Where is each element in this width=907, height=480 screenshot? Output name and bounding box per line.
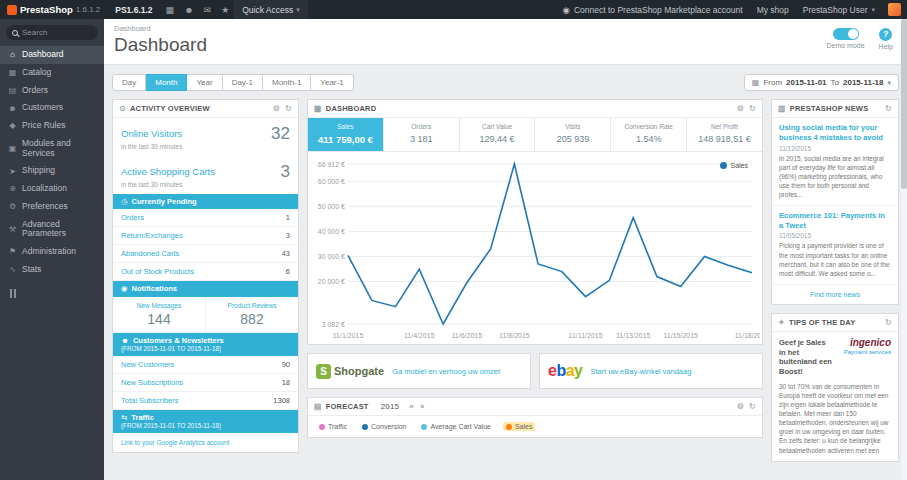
- out-of-stock-link[interactable]: Out of Stock Products: [121, 267, 194, 276]
- product-reviews-cell[interactable]: Product Reviews 882: [206, 297, 298, 332]
- tips-top: Geef je Sales in het buitenland een Boos…: [779, 338, 891, 377]
- news-article-title[interactable]: Using social media for your business 4 m…: [779, 123, 891, 143]
- gear-icon[interactable]: ⚙: [737, 104, 744, 113]
- sidebar-item-preferences[interactable]: ⚙ Preferences: [0, 198, 104, 216]
- refresh-icon[interactable]: ↻: [285, 104, 292, 113]
- kpi-visits-value: 205 939: [538, 134, 607, 144]
- ingenico-logo-text: ingenico: [839, 338, 891, 348]
- shop-name[interactable]: PS1.6.1.2: [107, 0, 160, 19]
- activity-panel-header: ⊙ ACTIVITY OVERVIEW ⚙ ↻: [113, 100, 298, 118]
- notifications-section-header: ◉Notifications: [113, 281, 298, 296]
- kpi-visits[interactable]: Visits 205 939: [535, 118, 611, 151]
- kpi-net-profit-label: Net Profit: [690, 123, 759, 130]
- chart-legend[interactable]: Sales: [720, 162, 748, 169]
- active-carts-link[interactable]: Active Shopping Carts: [121, 166, 215, 177]
- year-button[interactable]: Year: [187, 74, 222, 91]
- forecast-legend-average-cart-value[interactable]: Average Cart Value: [418, 422, 493, 431]
- quick-access-menu[interactable]: Quick Access ▾: [234, 0, 308, 19]
- tips-headline: Geef je Sales in het buitenland een Boos…: [779, 338, 834, 377]
- ingenico-logo[interactable]: ingenico Payment services: [839, 338, 891, 356]
- customers-topbar-icon[interactable]: ☻: [179, 0, 198, 19]
- find-more-news-link[interactable]: Find more news: [772, 285, 898, 304]
- sidebar-item-advanced-parameters[interactable]: ⚒ Advanced Parameters: [0, 216, 104, 244]
- my-shop-link[interactable]: My shop: [750, 0, 796, 19]
- sidebar-search[interactable]: [6, 25, 98, 40]
- new-messages-cell[interactable]: New Messages 144: [113, 297, 206, 332]
- abandoned-carts-link[interactable]: Abandoned Carts: [121, 249, 179, 258]
- user-menu[interactable]: PrestaShop User ▾: [796, 0, 882, 19]
- cart-icon[interactable]: ▦: [161, 0, 180, 19]
- pending-returns-link[interactable]: Return/Exchanges: [121, 231, 183, 240]
- svg-text:11/11/2015: 11/11/2015: [569, 332, 603, 339]
- sidebar-item-shipping[interactable]: ➤ Shipping: [0, 162, 104, 180]
- scrollbar-thumb[interactable]: [901, 19, 907, 189]
- notifications-title: Notifications: [132, 284, 177, 293]
- year-1-button[interactable]: Year-1: [311, 74, 353, 91]
- kpi-sales-value: 411 759,00 €: [311, 134, 380, 145]
- tips-text: 30 tot 70% van de consumenten in Europa …: [779, 382, 891, 455]
- traffic-range: (FROM 2015-11-01 TO 2015-11-18): [121, 422, 290, 430]
- kpi-cart-value[interactable]: Cart Value 129,44 €: [460, 118, 536, 151]
- news-article-title[interactable]: Ecommerce 101: Payments in a Tweet: [779, 211, 891, 231]
- kpi-orders[interactable]: Orders 3 181: [384, 118, 460, 151]
- forecast-year[interactable]: 2015: [381, 402, 400, 411]
- day-button[interactable]: Day: [112, 74, 146, 91]
- shopgate-link[interactable]: Ga mobiel en verhoog uw omzet: [392, 367, 500, 376]
- marketplace-link[interactable]: ◉ Connect to PrestaShop Marketplace acco…: [556, 0, 750, 19]
- total-subscribers-row: Total Subscribers 1308: [113, 392, 298, 410]
- kpi-net-profit[interactable]: Net Profit 148 918,51 €: [687, 118, 762, 151]
- forecast-legend-traffic[interactable]: Traffic: [316, 422, 350, 431]
- total-subscribers-link[interactable]: Total Subscribers: [121, 396, 179, 405]
- sidebar-item-customers[interactable]: ☻ Customers: [0, 99, 104, 117]
- kpi-conversion-rate[interactable]: Conversion Rate 1.54%: [611, 118, 687, 151]
- new-customers-link[interactable]: New Customers: [121, 360, 174, 369]
- online-visitors-link[interactable]: Online Visitors: [121, 128, 182, 139]
- gear-icon[interactable]: ⚙: [737, 402, 744, 411]
- previous-arrow-icon[interactable]: «: [409, 402, 415, 411]
- ebay-banner[interactable]: ebay Start uw eBay-winkel vandaag: [539, 353, 763, 389]
- next-arrow-icon[interactable]: »: [420, 402, 426, 411]
- sidebar-item-dashboard[interactable]: ⌂ Dashboard: [0, 46, 104, 64]
- forecast-nav: « »: [409, 402, 426, 411]
- star-icon[interactable]: ★: [216, 0, 234, 19]
- refresh-icon[interactable]: ↻: [885, 104, 892, 113]
- help-icon[interactable]: ?: [879, 28, 892, 41]
- messages-icon[interactable]: ✉: [199, 0, 217, 19]
- shopgate-logo-text: Shopgate: [334, 365, 384, 377]
- prestashop-logo[interactable]: PrestaShop 1.6.1.2: [0, 0, 107, 19]
- sidebar-item-catalog[interactable]: ▦ Catalog: [0, 64, 104, 82]
- page-scrollbar[interactable]: [901, 19, 907, 480]
- sidebar-item-administration[interactable]: ⚑ Administration: [0, 243, 104, 261]
- month-1-button[interactable]: Month-1: [263, 74, 311, 91]
- refresh-icon[interactable]: ↻: [749, 104, 756, 113]
- shopgate-banner[interactable]: S Shopgate Ga mobiel en verhoog uw omzet: [307, 353, 531, 389]
- new-subscriptions-link[interactable]: New Subscriptions: [121, 378, 183, 387]
- day-1-button[interactable]: Day-1: [223, 74, 263, 91]
- refresh-icon[interactable]: ↻: [749, 402, 756, 411]
- sidebar-item-modules[interactable]: ▣ Modules and Services: [0, 135, 104, 163]
- gear-icon[interactable]: ⚙: [273, 104, 280, 113]
- svg-text:20 000 €: 20 000 €: [318, 278, 345, 285]
- sidebar-item-localization[interactable]: ⊕ Localization: [0, 180, 104, 198]
- date-range-picker[interactable]: ▦ From 2015-11-01 To 2015-11-18 ▾: [744, 74, 899, 91]
- search-input[interactable]: [22, 28, 90, 37]
- sidebar-collapse-button[interactable]: [10, 289, 22, 298]
- pending-orders-link[interactable]: Orders: [121, 213, 144, 222]
- forecast-legend-sales[interactable]: Sales: [503, 422, 536, 431]
- person-icon: ☻: [8, 104, 17, 113]
- sidebar-item-orders[interactable]: ▤ Orders: [0, 82, 104, 100]
- sidebar-item-price-rules[interactable]: ◆ Price Rules: [0, 117, 104, 135]
- demo-mode-toggle[interactable]: [833, 28, 859, 40]
- forecast-legend-dot: [506, 424, 512, 430]
- avatar[interactable]: [888, 3, 901, 16]
- refresh-icon[interactable]: ↻: [885, 318, 892, 327]
- forecast-legend-label: Sales: [515, 423, 533, 430]
- forecast-legend-conversion[interactable]: Conversion: [359, 422, 409, 431]
- ebay-link[interactable]: Start uw eBay-winkel vandaag: [591, 367, 692, 376]
- month-button[interactable]: Month: [146, 74, 187, 91]
- google-analytics-link[interactable]: Link to your Google Analytics account: [113, 433, 298, 452]
- kpi-sales[interactable]: Sales 411 759,00 €: [308, 118, 384, 151]
- sidebar-item-stats[interactable]: ∿ Stats: [0, 261, 104, 279]
- partner-banners: S Shopgate Ga mobiel en verhoog uw omzet…: [307, 353, 763, 389]
- panel-actions: ⚙ ↻: [273, 104, 292, 113]
